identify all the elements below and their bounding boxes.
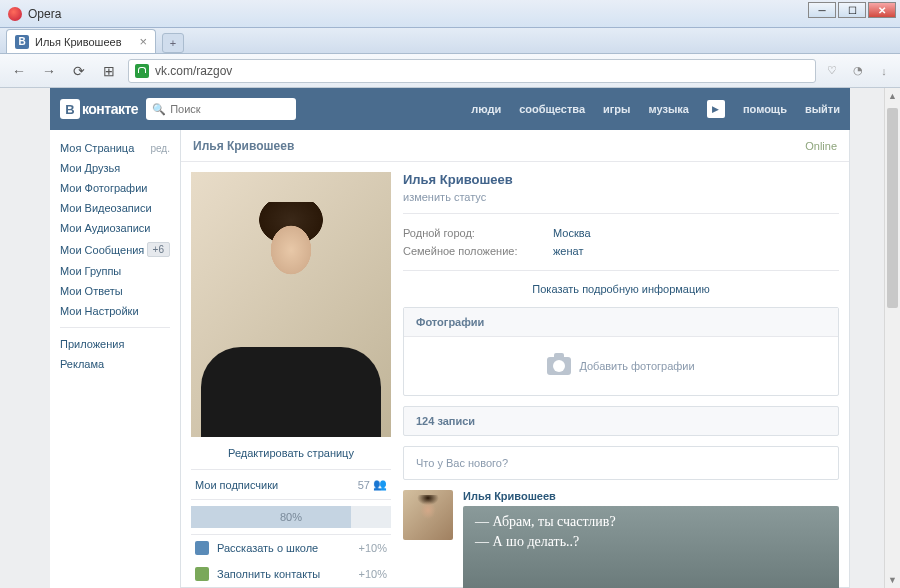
- camera-icon: [547, 357, 571, 375]
- browser-tab[interactable]: B Илья Кривошеев ×: [6, 29, 156, 53]
- relationship-value: женат: [553, 245, 583, 257]
- school-icon: [195, 541, 209, 555]
- hometown-label: Родной город:: [403, 227, 553, 239]
- nav-games[interactable]: игры: [603, 103, 630, 115]
- add-photos-button[interactable]: Добавить фотографии: [404, 337, 838, 395]
- scrollbar-thumb[interactable]: [887, 108, 898, 308]
- wall-header[interactable]: 124 записи: [403, 406, 839, 436]
- sidebar-groups[interactable]: Мои Группы: [50, 261, 180, 281]
- search-icon: 🔍: [152, 103, 166, 116]
- photos-header[interactable]: Фотографии: [404, 308, 838, 337]
- vertical-scrollbar[interactable]: ▲ ▼: [884, 88, 900, 588]
- sidebar-separator: [60, 327, 170, 328]
- sidebar-videos[interactable]: Мои Видеозаписи: [50, 198, 180, 218]
- scroll-up-icon[interactable]: ▲: [885, 88, 900, 104]
- tab-title: Илья Кривошеев: [35, 36, 133, 48]
- new-tab-button[interactable]: +: [162, 33, 184, 53]
- task-contacts[interactable]: Заполнить контакты +10%: [191, 561, 391, 587]
- vk-sidebar: Моя Страницаред. Мои Друзья Мои Фотограф…: [50, 130, 180, 588]
- vk-main: Илья Кривошеев Online Редактировать стра…: [180, 130, 850, 588]
- tab-bar: B Илья Кривошеев × +: [0, 28, 900, 54]
- people-icon: 👥: [373, 478, 387, 491]
- window-minimize-button[interactable]: ─: [808, 2, 836, 18]
- contacts-icon: [195, 567, 209, 581]
- vk-header: В контакте 🔍 люди сообщества игры музыка…: [50, 88, 850, 130]
- sidebar-friends[interactable]: Мои Друзья: [50, 158, 180, 178]
- window-titlebar: Opera ─ ☐ ✕: [0, 0, 900, 28]
- show-more-info-link[interactable]: Показать подробную информацию: [403, 271, 839, 307]
- wall-post: Илья Кривошеев — Абрам, ты счастлив? — А…: [403, 490, 839, 588]
- vk-favicon-icon: B: [15, 35, 29, 49]
- bookmark-icon[interactable]: ♡: [824, 63, 840, 79]
- search-input[interactable]: [170, 103, 290, 115]
- forward-button[interactable]: →: [38, 60, 60, 82]
- window-close-button[interactable]: ✕: [868, 2, 896, 18]
- profile-header-name: Илья Кривошеев: [193, 139, 294, 153]
- messages-badge: +6: [147, 242, 170, 257]
- task-school[interactable]: Рассказать о школе +10%: [191, 535, 391, 561]
- photos-section: Фотографии Добавить фотографии: [403, 307, 839, 396]
- url-text: vk.com/razgov: [155, 64, 232, 78]
- address-input[interactable]: vk.com/razgov: [128, 59, 816, 83]
- online-status: Online: [805, 140, 837, 152]
- back-button[interactable]: ←: [8, 60, 30, 82]
- sidebar-settings[interactable]: Мои Настройки: [50, 301, 180, 321]
- downloads-icon[interactable]: ↓: [876, 63, 892, 79]
- window-title: Opera: [28, 7, 61, 21]
- opera-turbo-icon[interactable]: ◔: [850, 63, 866, 79]
- wall-input[interactable]: Что у Вас нового?: [403, 446, 839, 480]
- play-icon[interactable]: ▶: [707, 100, 725, 118]
- profile-name: Илья Кривошеев: [403, 172, 839, 187]
- nav-music[interactable]: музыка: [648, 103, 688, 115]
- post-image[interactable]: — Абрам, ты счастлив? — А шо делать..?: [463, 506, 839, 588]
- post-avatar[interactable]: [403, 490, 453, 540]
- change-status-link[interactable]: изменить статус: [403, 187, 486, 213]
- profile-progress-bar: 80%: [191, 506, 391, 528]
- sidebar-answers[interactable]: Мои Ответы: [50, 281, 180, 301]
- sidebar-ads[interactable]: Реклама: [50, 354, 180, 374]
- sidebar-photos[interactable]: Мои Фотографии: [50, 178, 180, 198]
- hometown-value[interactable]: Москва: [553, 227, 591, 239]
- speed-dial-button[interactable]: ⊞: [98, 60, 120, 82]
- post-author[interactable]: Илья Кривошеев: [463, 490, 839, 506]
- avatar-column: Редактировать страницу Мои подписчики 57…: [191, 172, 391, 588]
- nav-people[interactable]: люди: [471, 103, 501, 115]
- sidebar-apps[interactable]: Приложения: [50, 334, 180, 354]
- vk-logo-text: контакте: [82, 101, 138, 117]
- vk-logo-icon: В: [60, 99, 80, 119]
- sidebar-edit-link[interactable]: ред.: [150, 143, 170, 154]
- lock-icon: [135, 64, 149, 78]
- info-column: Илья Кривошеев изменить статус Родной го…: [403, 172, 839, 588]
- page-viewport: В контакте 🔍 люди сообщества игры музыка…: [0, 88, 900, 588]
- sidebar-my-page[interactable]: Моя Страницаред.: [50, 138, 180, 158]
- vk-logo[interactable]: В контакте: [60, 99, 138, 119]
- address-bar: ← → ⟳ ⊞ vk.com/razgov ♡ ◔ ↓: [0, 54, 900, 88]
- opera-logo-icon: [8, 7, 22, 21]
- tab-close-icon[interactable]: ×: [139, 34, 147, 49]
- relationship-label: Семейное положение:: [403, 245, 553, 257]
- window-maximize-button[interactable]: ☐: [838, 2, 866, 18]
- scroll-down-icon[interactable]: ▼: [885, 572, 900, 588]
- nav-help[interactable]: помощь: [743, 103, 787, 115]
- edit-page-link[interactable]: Редактировать страницу: [191, 437, 391, 470]
- nav-communities[interactable]: сообщества: [519, 103, 585, 115]
- subscribers-row[interactable]: Мои подписчики 57👥: [191, 470, 391, 500]
- nav-logout[interactable]: выйти: [805, 103, 840, 115]
- sidebar-audio[interactable]: Мои Аудиозаписи: [50, 218, 180, 238]
- profile-header: Илья Кривошеев Online: [181, 130, 849, 162]
- profile-avatar[interactable]: [191, 172, 391, 437]
- sidebar-messages[interactable]: Мои Сообщения+6: [50, 238, 180, 261]
- vk-search[interactable]: 🔍: [146, 98, 296, 120]
- reload-button[interactable]: ⟳: [68, 60, 90, 82]
